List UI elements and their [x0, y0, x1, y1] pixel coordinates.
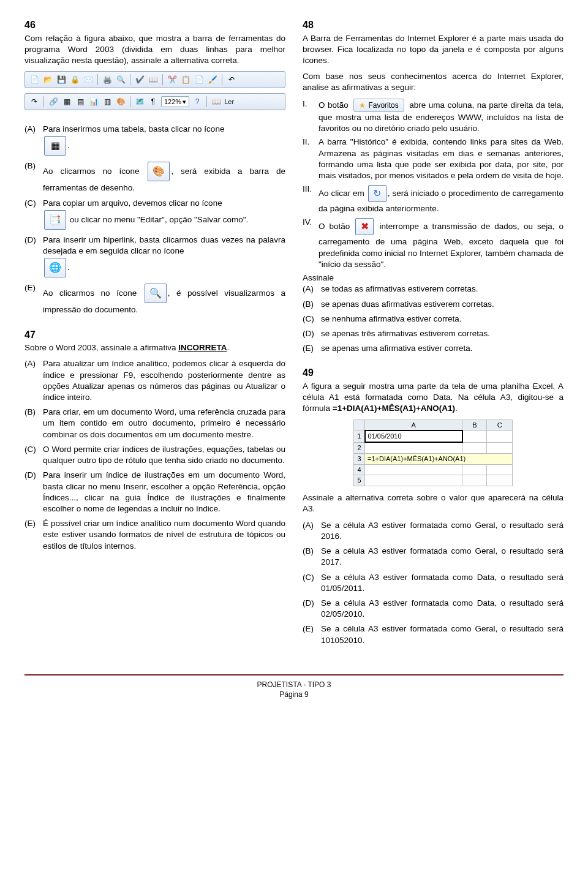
q48-E: se apenas uma afirmativa estiver correta… [321, 343, 564, 354]
paste-icon: 📄 [194, 74, 205, 85]
q47-D-label: (D) [24, 470, 43, 481]
q49-C: Se a célula A3 estiver formatada como Da… [321, 572, 564, 594]
copy-icon: 📋 [180, 74, 191, 85]
q46-opt-D: Para inserir um hiperlink, basta clicarm… [43, 235, 285, 279]
q48-I-label: I. [303, 99, 318, 110]
excel-row-1: 1 [354, 431, 365, 442]
excel-icon: 📊 [88, 96, 99, 107]
page-magnify-icon: 🔍 [145, 284, 167, 303]
format-painter-icon: 🖌️ [207, 74, 218, 85]
stop-x-icon: ✖ [355, 218, 374, 235]
separator [222, 74, 222, 85]
q49-p1: A figura a seguir mostra uma parte da te… [303, 381, 564, 415]
q49-B: Se a célula A3 estiver formatada como Ge… [321, 546, 564, 568]
read-label: Ler [224, 97, 234, 107]
q47-C-label: (C) [24, 444, 43, 455]
open-icon: 📂 [42, 74, 53, 85]
copy-docs-icon: 📑 [44, 210, 66, 230]
separator [162, 74, 163, 85]
q48-assinale: Assinale [303, 273, 564, 284]
excel-col-B: B [462, 420, 487, 431]
q48-number: 48 [303, 18, 564, 32]
star-icon: ★ [359, 100, 366, 110]
footer-title: PROJETISTA - TIPO 3 [24, 680, 564, 690]
q46-opt-A-label: (A) [24, 124, 43, 135]
q49-p2: Assinale a alternativa correta sobre o v… [303, 492, 564, 514]
zoom-box: 122% ▾ [161, 96, 189, 107]
q48-III-label: III. [303, 184, 318, 195]
q48-III: Ao clicar em ↻, será iniciado o procedim… [318, 184, 564, 214]
q47-number: 47 [24, 328, 285, 342]
q48-D: se apenas três afirmativas estiverem cor… [321, 328, 564, 339]
q47-A: Para atualizar um índice analítico, pode… [43, 358, 285, 403]
excel-row-4: 4 [354, 464, 365, 475]
new-doc-icon: 📄 [29, 74, 40, 85]
excel-row-2: 2 [354, 442, 365, 453]
q48-A-label: (A) [303, 284, 321, 295]
q47-C: O Word permite criar índices de ilustraç… [43, 444, 285, 466]
q46-opt-C-label: (C) [24, 198, 43, 209]
separator [130, 96, 130, 107]
q47-B: Para criar, em um documento Word, uma re… [43, 407, 285, 440]
insert-table-icon: ▤ [75, 96, 86, 107]
q48-p2: Com base nos seus conhecimentos acerca d… [303, 71, 564, 93]
read-icon: 📖 [211, 96, 222, 107]
spellcheck-icon: ✔️ [134, 74, 145, 85]
excel-A1: 01/05/2010 [365, 431, 462, 442]
q48-IV-label: IV. [303, 217, 318, 228]
show-hide-icon: ¶ [148, 96, 159, 107]
q46-opt-B: Ao clicarmos no ícone 🎨, será exibida a … [43, 160, 285, 194]
q48-E-label: (E) [303, 343, 321, 354]
print-icon: 🖨️ [102, 74, 113, 85]
chevron-down-icon: ▾ [183, 97, 186, 107]
hyperlink-icon: 🔗 [48, 96, 59, 107]
tables-borders-icon: ▦ [61, 96, 72, 107]
separator [130, 74, 130, 85]
drawing-icon: 🎨 [115, 96, 126, 107]
q46-number: 46 [24, 18, 285, 32]
q47-E-label: (E) [24, 518, 43, 529]
q48-B-label: (B) [303, 299, 321, 310]
q47-D: Para inserir um índice de ilustrações em… [43, 470, 285, 514]
q46-opt-B-label: (B) [24, 160, 43, 171]
globe-link-icon: 🌐 [44, 258, 66, 277]
columns-icon: ▥ [102, 96, 113, 107]
excel-screenshot: ABC 101/05/2010 2 3=1+DIA(A1)+MÊS(A1)+AN… [353, 420, 513, 487]
q49-number: 49 [303, 366, 564, 380]
drawing-toolbar-icon: 🎨 [148, 162, 170, 181]
q46-text: Com relação à figura abaixo, que mostra … [24, 33, 285, 67]
print-preview-icon: 🔍 [115, 74, 126, 85]
document-map-icon: 🗺️ [134, 96, 145, 107]
q46-opt-A: Para inserirmos uma tabela, basta clicar… [43, 124, 285, 157]
q48-II: A barra "Histórico" é exibida, contendo … [318, 137, 564, 181]
q49-C-label: (C) [303, 572, 321, 583]
q48-B: se apenas duas afirmativas estiverem cor… [321, 299, 564, 310]
q49-D: Se a célula A3 estiver formatada como Da… [321, 598, 564, 620]
q48-IV: O botão ✖ interrompe a transmissão de da… [318, 217, 564, 270]
q48-C-label: (C) [303, 314, 321, 325]
q49-D-label: (D) [303, 598, 321, 609]
favorites-button: ★Favoritos [353, 99, 404, 112]
q49-A-label: (A) [303, 520, 321, 531]
q48-A: se todas as afirmativas estiverem corret… [321, 284, 564, 295]
word-toolbar-row2: ↷ 🔗 ▦ ▤ 📊 ▥ 🎨 🗺️ ¶ 122% ▾ ? 📖Ler [24, 93, 285, 110]
table-edit-icon: ▦ [44, 136, 66, 156]
q49-E: Se a célula A3 estiver formatada como Ge… [321, 623, 564, 646]
q49-A: Se a célula A3 estiver formatada como Ge… [321, 520, 564, 542]
save-icon: 💾 [56, 74, 67, 85]
q47-intro: Sobre o Word 2003, assinale a afirmativa… [24, 342, 285, 353]
redo-icon: ↷ [29, 96, 40, 107]
q47-E: É possível criar um índice analítico num… [43, 518, 285, 552]
separator [43, 96, 44, 107]
q49-E-label: (E) [303, 623, 321, 634]
q48-p1: A Barra de Ferramentas do Internet Explo… [303, 33, 564, 67]
excel-A3: =1+DIA(A1)+MÊS(A1)+ANO(A1) [365, 453, 513, 464]
q46-opt-E-label: (E) [24, 282, 43, 293]
undo-icon: ↶ [226, 74, 237, 85]
q47-B-label: (B) [24, 407, 43, 418]
permission-icon: 🔒 [69, 74, 80, 85]
word-toolbar-row1: 📄 📂 💾 🔒 ✉️ 🖨️ 🔍 ✔️ 📖 ✂️ 📋 📄 🖌️ ↶ [24, 71, 285, 88]
q49-B-label: (B) [303, 546, 321, 557]
refresh-icon: ↻ [368, 185, 386, 202]
research-icon: 📖 [148, 74, 159, 85]
